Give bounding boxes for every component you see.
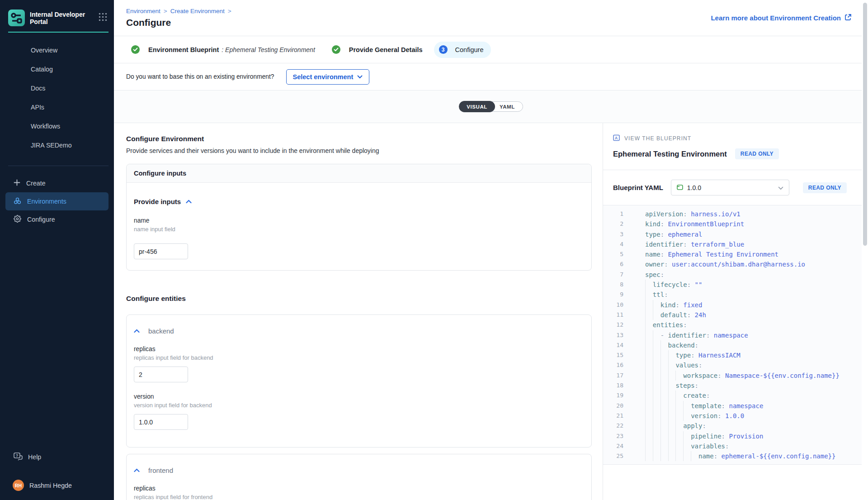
- yaml-line-4: 4identifier: terraform_blue: [603, 239, 868, 249]
- field-helper: version input field for backend: [134, 402, 584, 409]
- configure-entities-title: Configure entities: [126, 295, 592, 303]
- configure-inputs-header: Configure inputs: [127, 164, 591, 183]
- sidebar-actions: CreateEnvironmentsConfigure: [0, 174, 114, 229]
- step-1[interactable]: Environment Blueprint: Ephemeral Testing…: [131, 45, 315, 54]
- base-question-text: Do you want to base this on an existing …: [126, 73, 274, 80]
- entity-card-frontend: frontendreplicasreplicas input field for…: [126, 454, 592, 500]
- blueprint-head: A VIEW THE BLUEPRINT Ephemeral Testing E…: [603, 123, 868, 170]
- step-2[interactable]: Provide General Details: [332, 45, 423, 54]
- user-menu[interactable]: RH Rashmi Hegde: [0, 480, 114, 491]
- base-question-row: Do you want to base this on an existing …: [114, 63, 868, 90]
- field-replicas-backend: replicasreplicas input field for backend: [134, 346, 584, 382]
- blueprint-eyebrow: VIEW THE BLUEPRINT: [624, 135, 691, 142]
- sidebar-divider: [8, 166, 108, 166]
- sidebar-item-jira-sedemo[interactable]: JIRA SEDemo: [0, 136, 114, 155]
- chevron-down-icon: [778, 184, 783, 192]
- learn-more-link[interactable]: Learn more about Environment Creation: [711, 14, 852, 22]
- name-input[interactable]: [134, 243, 188, 259]
- sidebar-item-apis[interactable]: APIs: [0, 98, 114, 117]
- yaml-line-22: 22apply:: [603, 421, 868, 431]
- sidebar-item-workflows[interactable]: Workflows: [0, 117, 114, 136]
- svg-text:?: ?: [16, 453, 19, 458]
- check-icon: [131, 45, 140, 54]
- yaml-read-only-badge: READ ONLY: [803, 182, 847, 193]
- read-only-badge: READ ONLY: [735, 148, 779, 159]
- yaml-line-21: 21version: 1.0.0: [603, 411, 868, 421]
- configure-inputs-card: Configure inputs Provide inputs namename…: [126, 164, 592, 271]
- check-icon: [332, 45, 340, 54]
- sidebar-bottom: ? Help RH Rashmi Hegde: [0, 449, 114, 500]
- help-label: Help: [28, 453, 41, 461]
- toggle-visual[interactable]: VISUAL: [459, 101, 495, 112]
- backend-replicas-input[interactable]: [134, 367, 188, 382]
- blueprint-yaml-label: Blueprint YAML: [613, 184, 663, 191]
- entity-name: frontend: [148, 467, 173, 474]
- field-replicas-frontend: replicasreplicas input field for fronten…: [134, 485, 584, 500]
- sidebar-item-catalog[interactable]: Catalog: [0, 60, 114, 79]
- field-label: replicas: [134, 346, 584, 352]
- blueprint-yaml-row: Blueprint YAML 1.0.0 READ ONLY: [603, 170, 868, 205]
- blueprint-yaml-code: 1apiVersion: harness.io/v12kind: Environ…: [603, 205, 868, 465]
- field-helper: name input field: [134, 226, 584, 233]
- main-area: Environment>Create Environment> Configur…: [114, 0, 868, 500]
- breadcrumb: Environment>Create Environment>: [126, 8, 235, 14]
- app-root: Internal Developer Portal OverviewCatalo…: [0, 0, 868, 500]
- page-header: Environment>Create Environment> Configur…: [114, 0, 868, 36]
- yaml-line-15: 15type: HarnessIACM: [603, 350, 868, 360]
- yaml-line-19: 19create:: [603, 390, 868, 400]
- sidebar-item-docs[interactable]: Docs: [0, 79, 114, 98]
- yaml-line-24: 24variables:: [603, 441, 868, 451]
- yaml-line-25: 25name: ephemeral-${{env.config.name}}: [603, 451, 868, 461]
- visual-yaml-toggle: VISUAL YAML: [459, 101, 523, 112]
- brand-title: Internal Developer Portal: [30, 11, 88, 25]
- yaml-line-10: 10kind: fixed: [603, 300, 868, 310]
- yaml-line-20: 20template: namespace: [603, 401, 868, 411]
- page-scrollbar[interactable]: [862, 0, 868, 500]
- sidebar-item-create[interactable]: Create: [5, 174, 108, 192]
- breadcrumb-link[interactable]: Create Environment: [170, 8, 225, 14]
- version-select[interactable]: 1.0.0: [671, 180, 789, 195]
- field-name: namename input field: [134, 217, 584, 259]
- entity-name: backend: [148, 327, 174, 335]
- yaml-line-14: 14backend:: [603, 340, 868, 350]
- entity-card-backend: backendreplicasreplicas input field for …: [126, 314, 592, 448]
- collapse-chevron-icon[interactable]: [186, 197, 192, 205]
- select-environment-button[interactable]: Select environment: [286, 69, 370, 85]
- yaml-line-8: 8lifecycle: "": [603, 280, 868, 290]
- yaml-line-16: 16values:: [603, 360, 868, 370]
- yaml-line-17: 17workspace: Namespace-${{env.config.nam…: [603, 371, 868, 381]
- version-selected: 1.0.0: [687, 184, 701, 191]
- svg-text:A: A: [615, 136, 618, 140]
- view-mode-band: VISUAL YAML: [114, 90, 868, 123]
- external-link-icon: [844, 14, 852, 22]
- yaml-line-13: 13- identifier: namespace: [603, 330, 868, 340]
- yaml-line-3: 3type: ephemeral: [603, 229, 868, 239]
- sidebar-item-help[interactable]: ? Help: [0, 449, 114, 465]
- configure-environment-subtitle: Provide services and their versions you …: [126, 147, 592, 154]
- field-version-backend: versionversion input field for backend: [134, 393, 584, 430]
- sidebar-item-configure[interactable]: Configure: [5, 210, 108, 229]
- backend-version-input[interactable]: [134, 414, 188, 430]
- blueprint-icon: A: [613, 134, 620, 143]
- yaml-line-2: 2kind: EnvironmentBlueprint: [603, 219, 868, 229]
- yaml-line-18: 18steps:: [603, 381, 868, 390]
- app-switcher-icon[interactable]: [98, 12, 108, 24]
- avatar: RH: [13, 480, 24, 491]
- help-icon: ?: [14, 452, 23, 462]
- step-3-active[interactable]: 3Configure: [434, 42, 491, 58]
- breadcrumb-link[interactable]: Environment: [126, 8, 160, 14]
- scrollbar-thumb[interactable]: [863, 3, 867, 246]
- page-title: Configure: [126, 17, 235, 28]
- collapse-chevron-icon[interactable]: [134, 466, 140, 474]
- field-label: version: [134, 393, 584, 400]
- configure-environment-panel: Configure Environment Provide services a…: [114, 123, 603, 500]
- sidebar-item-overview[interactable]: Overview: [0, 41, 114, 60]
- yaml-line-5: 5name: Ephemeral Testing Environment: [603, 249, 868, 259]
- sidebar-item-environments[interactable]: Environments: [5, 192, 108, 210]
- configure-environment-title: Configure Environment: [126, 135, 592, 143]
- blueprint-panel: A VIEW THE BLUEPRINT Ephemeral Testing E…: [603, 123, 868, 500]
- sidebar-nav: OverviewCatalogDocsAPIsWorkflowsJIRA SED…: [0, 41, 114, 155]
- gear-icon: [14, 215, 21, 224]
- chevron-down-icon: [357, 75, 363, 79]
- collapse-chevron-icon[interactable]: [134, 327, 140, 335]
